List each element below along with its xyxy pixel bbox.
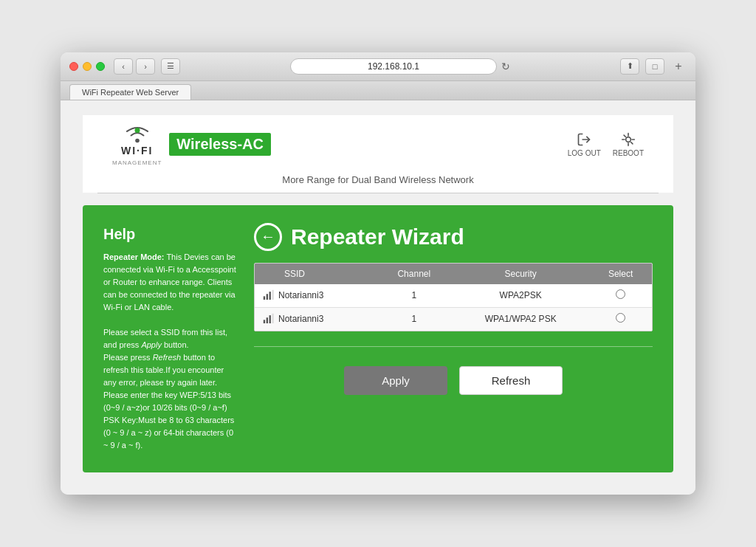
- reboot-label: REBOOT: [613, 149, 644, 157]
- svg-rect-10: [269, 315, 271, 323]
- panel-divider: [254, 346, 653, 347]
- svg-point-3: [626, 137, 631, 142]
- reload-button[interactable]: ↻: [501, 61, 510, 72]
- table-row: Notarianni3 1WPA2PSK: [255, 284, 652, 308]
- back-nav-button[interactable]: ‹: [114, 58, 133, 75]
- security-cell: WPA2PSK: [452, 284, 589, 308]
- signal-icon: [262, 313, 274, 326]
- header-subtitle: More Range for Dual Band Wireless Networ…: [97, 171, 659, 193]
- reboot-icon: [621, 132, 636, 147]
- minimize-button[interactable]: [83, 62, 92, 71]
- header-divider: [97, 193, 659, 193]
- wireless-ac-badge: Wireless-AC: [169, 133, 271, 156]
- table-row: Notarianni3 1WPA1/WPA2 PSK: [255, 307, 652, 331]
- logout-icon: [577, 132, 591, 147]
- table-header-row: SSID Channel Security Select: [255, 264, 652, 284]
- ssid-cell: Notarianni3: [255, 284, 376, 308]
- back-arrow-icon: ←: [261, 228, 275, 245]
- page-content: Wi·Fi MANAGEMENT Wireless-AC: [61, 100, 695, 495]
- nav-buttons: ‹ ›: [114, 58, 155, 75]
- maximize-button[interactable]: [96, 62, 105, 71]
- svg-rect-11: [272, 313, 273, 323]
- traffic-lights: [69, 62, 105, 71]
- help-title: Help: [103, 223, 236, 245]
- svg-point-1: [134, 128, 140, 133]
- logo-area: Wi·Fi MANAGEMENT Wireless-AC: [112, 123, 271, 167]
- apply-button[interactable]: Apply: [344, 366, 447, 395]
- action-buttons: Apply Refresh: [254, 366, 653, 395]
- select-cell[interactable]: [589, 284, 652, 308]
- address-bar[interactable]: 192.168.10.1: [290, 58, 497, 75]
- svg-rect-9: [267, 317, 268, 323]
- channel-cell: 1: [376, 307, 452, 331]
- browser-window: ‹ › ☰ 192.168.10.1 ↻ ⬆ □ + WiFi Repeater…: [61, 52, 695, 495]
- wizard-title: Repeater Wizard: [291, 224, 464, 250]
- signal-icon: [262, 289, 274, 302]
- sidebar-button[interactable]: ☰: [161, 58, 180, 75]
- channel-cell: 1: [376, 284, 452, 308]
- share-button[interactable]: ⬆: [620, 58, 639, 75]
- reader-button[interactable]: □: [645, 58, 664, 75]
- wifi-logo-icon: [122, 123, 153, 143]
- header-actions: LOG OUT REBOOT: [568, 132, 644, 157]
- logout-button[interactable]: LOG OUT: [568, 132, 601, 157]
- security-cell: WPA1/WPA2 PSK: [452, 307, 589, 331]
- col-channel: Channel: [376, 264, 452, 284]
- network-radio[interactable]: [616, 289, 625, 299]
- help-bold-intro: Repeater Mode:: [103, 252, 165, 261]
- ssid-name: Notarianni3: [278, 290, 323, 300]
- help-column: Help Repeater Mode: This Devies can be c…: [103, 223, 236, 453]
- active-tab[interactable]: WiFi Repeater Web Server: [69, 84, 191, 100]
- back-button[interactable]: ←: [254, 223, 282, 251]
- url-text: 192.168.10.1: [368, 61, 419, 72]
- wizard-title-row: ← Repeater Wizard: [254, 223, 653, 251]
- col-select: Select: [589, 264, 652, 284]
- address-bar-wrap: 192.168.10.1 ↻: [186, 58, 614, 75]
- new-tab-button[interactable]: +: [670, 58, 687, 75]
- refresh-button[interactable]: Refresh: [459, 366, 563, 395]
- svg-rect-8: [264, 320, 265, 323]
- ssid-cell: Notarianni3: [255, 307, 376, 331]
- network-radio[interactable]: [616, 313, 625, 323]
- forward-nav-button[interactable]: ›: [136, 58, 155, 75]
- site-header: Wi·Fi MANAGEMENT Wireless-AC: [97, 115, 659, 171]
- tab-bar: WiFi Repeater Web Server: [61, 81, 695, 100]
- select-cell[interactable]: [589, 307, 652, 331]
- col-ssid: SSID: [255, 264, 376, 284]
- title-bar: ‹ › ☰ 192.168.10.1 ↻ ⬆ □ +: [61, 52, 695, 81]
- network-table: SSID Channel Security Select: [254, 263, 653, 331]
- svg-rect-6: [269, 292, 271, 300]
- right-content: ← Repeater Wizard SSID Channel Security …: [254, 223, 653, 453]
- wifi-logo: Wi·Fi MANAGEMENT: [112, 123, 162, 167]
- tab-label: WiFi Repeater Web Server: [82, 88, 179, 97]
- svg-rect-4: [264, 296, 265, 300]
- main-panel: Help Repeater Mode: This Devies can be c…: [83, 205, 673, 473]
- close-button[interactable]: [69, 62, 78, 71]
- col-security: Security: [452, 264, 589, 284]
- reboot-button[interactable]: REBOOT: [613, 132, 644, 157]
- svg-point-0: [135, 138, 140, 142]
- logout-label: LOG OUT: [568, 149, 601, 157]
- logo-brand: Wi·Fi MANAGEMENT: [112, 145, 162, 166]
- help-text: Repeater Mode: This Devies can be connec…: [103, 251, 236, 453]
- ssid-name: Notarianni3: [278, 314, 323, 324]
- svg-rect-5: [267, 294, 268, 300]
- svg-rect-7: [272, 289, 273, 299]
